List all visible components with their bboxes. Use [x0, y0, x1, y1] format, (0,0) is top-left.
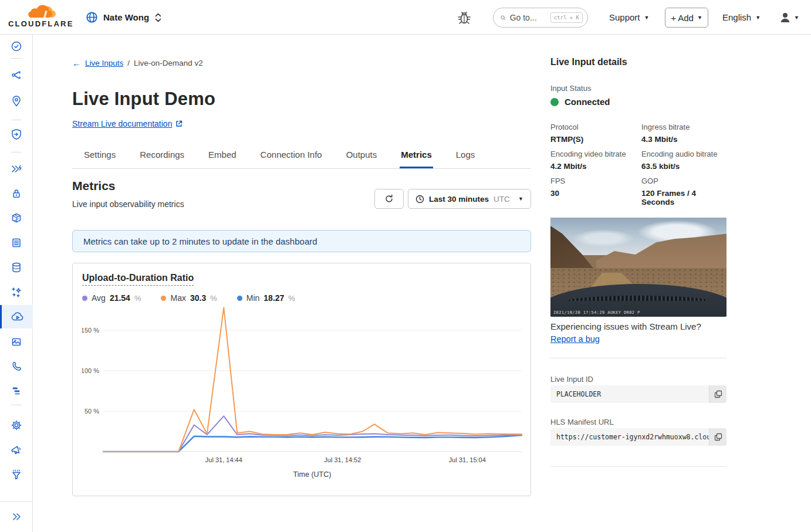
database-icon: [10, 261, 23, 274]
chevron-down-icon: ▼: [755, 15, 761, 21]
live-input-id-field: PLACEHOLDER: [550, 385, 726, 403]
account-switcher[interactable]: Nate Wong: [86, 0, 162, 35]
tab-connection-info[interactable]: Connection Info: [259, 143, 323, 168]
shield-security-icon: [10, 128, 23, 141]
support-menu[interactable]: Support▼: [609, 0, 649, 35]
sidebar-item-traffic[interactable]: [0, 63, 33, 87]
sidebar-item-ssl[interactable]: [0, 182, 33, 205]
chevron-down-icon: ▼: [644, 15, 650, 21]
hls-manifest-label: HLS Manifest URL: [550, 418, 614, 426]
sidebar-item-security[interactable]: [0, 123, 33, 146]
sidebar-item-database[interactable]: [0, 256, 33, 279]
dashcam-timestamp: 2021/10/20 17:54:29 AUKEY DR02 P: [553, 310, 640, 315]
breadcrumb-current: Live-on-Demand v2: [134, 59, 203, 67]
sidebar-item-speed[interactable]: [0, 157, 33, 181]
tab-metrics[interactable]: Metrics: [400, 143, 433, 168]
icon-sidebar: [0, 35, 33, 532]
svg-text:Jul 31, 14:44: Jul 31, 14:44: [205, 456, 242, 463]
upload-duration-chart-card: Upload-to-Duration Ratio Avg 21.54 % Max…: [72, 263, 531, 496]
max-legend-dot: [161, 296, 166, 301]
legend-item-avg[interactable]: Avg 21.54 %: [82, 293, 141, 303]
svg-text:Jul 31, 14:52: Jul 31, 14:52: [324, 456, 361, 463]
language-menu[interactable]: English▼: [722, 0, 761, 35]
input-status: Connected: [550, 97, 610, 107]
search-shortcut-badge: ctrl + K: [550, 12, 583, 23]
sidebar-item-calls[interactable]: [0, 354, 33, 378]
tab-recordings[interactable]: Recordings: [138, 143, 185, 168]
search-input[interactable]: [510, 13, 546, 22]
sidebar-item-stream[interactable]: [0, 305, 33, 328]
panel-divider: [550, 466, 726, 467]
sidebar-item-images[interactable]: [0, 330, 33, 354]
copy-live-input-id-button[interactable]: [709, 385, 726, 403]
time-range-dropdown[interactable]: Last 30 minutes UTC ▼: [408, 189, 531, 209]
cloudflare-logo[interactable]: CLOUDFLARE: [8, 2, 74, 32]
account-name: Nate Wong: [103, 12, 149, 22]
clock-icon: [415, 195, 424, 204]
sidebar-item-storage[interactable]: [0, 231, 33, 255]
top-header: CLOUDFLARE Nate Wong ctrl + K Support▼ +…: [0, 0, 811, 35]
sidebar-item-workers[interactable]: [0, 206, 33, 230]
user-menu[interactable]: ▼: [779, 0, 799, 35]
tab-embed[interactable]: Embed: [207, 143, 238, 168]
detail-protocol: Protocol RTMP(S): [550, 123, 641, 144]
copy-icon: [714, 433, 722, 441]
hls-manifest-field: https://customer-igynxd2rwhmuoxw8.cloudf: [550, 428, 726, 446]
bug-report-icon[interactable]: [457, 9, 472, 26]
report-bug-link[interactable]: Report a bug: [550, 334, 600, 344]
main-content: ← Live Inputs / Live-on-Demand v2 Live I…: [72, 35, 531, 532]
detail-gop: GOP 120 Frames / 4 Seconds: [641, 177, 726, 206]
sidebar-item-settings[interactable]: [0, 414, 33, 437]
chart-plot-area: 50 %100 %150 %Jul 31, 14:44Jul 31, 14:52…: [82, 306, 521, 479]
chevron-updown-icon: [154, 12, 162, 23]
detail-audio-bitrate: Encoding audio bitrate 63.5 kbit/s: [641, 150, 726, 171]
tab-outputs[interactable]: Outputs: [345, 143, 379, 168]
copy-icon: [714, 390, 722, 398]
svg-text:150 %: 150 %: [82, 327, 99, 334]
live-input-details-panel: Live Input details Input Status Connecte…: [550, 35, 726, 532]
calls-phone-icon: [10, 360, 23, 372]
chart-title: Upload-to-Duration Ratio: [82, 273, 194, 286]
collapse-sidebar-button[interactable]: [0, 505, 33, 528]
stream-icon: [11, 310, 25, 323]
logs-bars-icon: [10, 384, 23, 397]
line-chart: 50 %100 %150 %Jul 31, 14:44Jul 31, 14:52…: [82, 306, 522, 467]
copy-hls-url-button[interactable]: [709, 428, 726, 446]
tab-logs[interactable]: Logs: [455, 143, 477, 168]
sidebar-item-logs[interactable]: [0, 379, 33, 402]
sidebar-separator: [0, 501, 33, 502]
live-preview-thumbnail[interactable]: 2021/10/20 17:54:29 AUKEY DR02 P: [550, 218, 726, 317]
stream-docs-link[interactable]: Stream Live documentation: [72, 119, 183, 128]
legend-item-min[interactable]: Min 18.27 %: [237, 293, 295, 303]
tab-settings[interactable]: Settings: [83, 143, 117, 168]
chart-legend: Avg 21.54 % Max 30.3 % Min 18.27 %: [82, 293, 521, 303]
collapse-sidebar-icon: [11, 511, 22, 523]
refresh-button[interactable]: [374, 189, 404, 209]
megaphone-icon: [10, 443, 23, 456]
sidebar-divider: [11, 152, 22, 153]
sidebar-item-ai[interactable]: [0, 280, 33, 304]
breadcrumb-live-inputs-link[interactable]: Live Inputs: [85, 59, 123, 67]
metrics-subheading: Live input observability metrics: [72, 199, 184, 209]
search-icon: [501, 13, 506, 22]
metrics-heading: Metrics: [72, 179, 116, 193]
chevron-down-icon: ▼: [518, 196, 523, 202]
status-value: Connected: [565, 97, 610, 107]
sidebar-item-history-clock[interactable]: [0, 35, 33, 58]
sidebar-item-funnel[interactable]: [0, 463, 33, 486]
external-link-icon: [175, 120, 183, 127]
panel-divider: [550, 358, 726, 358]
global-search[interactable]: ctrl + K: [493, 8, 588, 28]
tab-bar: Settings Recordings Embed Connection Inf…: [72, 143, 531, 169]
workers-cube-icon: [10, 212, 23, 225]
sidebar-item-notifications[interactable]: [0, 438, 33, 462]
svg-text:100 %: 100 %: [82, 367, 99, 374]
sidebar-item-location[interactable]: [0, 89, 33, 113]
funnel-icon: [10, 468, 23, 481]
back-arrow-icon[interactable]: ←: [72, 58, 81, 68]
time-range-value: Last 30 minutes: [429, 195, 489, 204]
add-button[interactable]: + Add▼: [665, 8, 708, 28]
refresh-icon: [384, 194, 394, 204]
user-avatar-icon: [779, 11, 792, 24]
legend-item-max[interactable]: Max 30.3 %: [161, 293, 217, 303]
